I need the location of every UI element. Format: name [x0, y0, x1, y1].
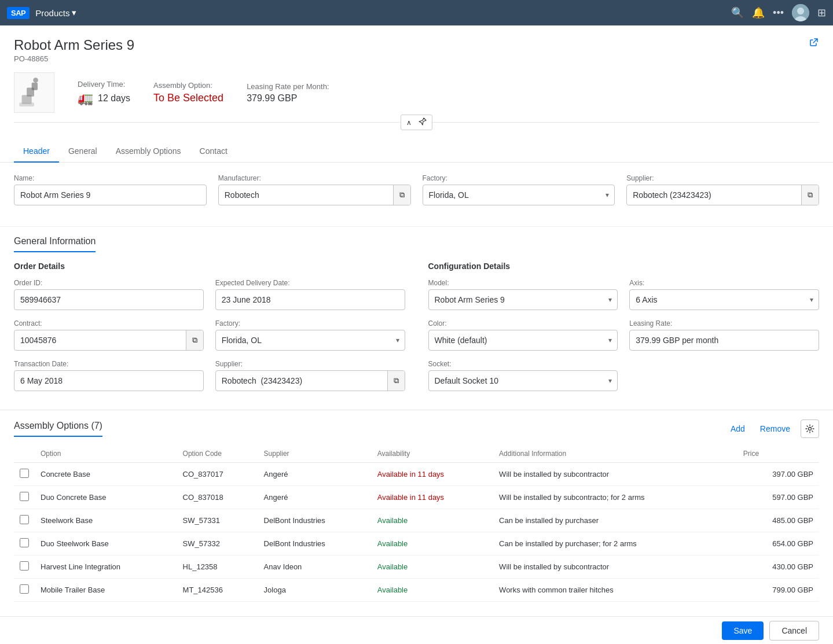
top-navigation: SAP Products ▾ 🔍 🔔 ••• ⊞	[0, 0, 833, 25]
save-button[interactable]: Save	[722, 621, 764, 640]
order-details-col: Order Details Order ID: Expected Deliver…	[14, 262, 405, 400]
table-row: Concrete Base CO_837017 Angeré Available…	[14, 463, 819, 486]
order-supplier-input[interactable]	[216, 373, 387, 389]
header-form-row: Name: Manufacturer: ⧉ Factory: Florida, …	[14, 174, 819, 205]
model-select[interactable]: Robot Arm Series 9	[428, 289, 618, 310]
configuration-details-title: Configuration Details	[428, 262, 820, 271]
socket-select[interactable]: Default Socket 10	[428, 370, 618, 391]
manufacturer-link-btn[interactable]: ⧉	[393, 185, 410, 205]
row-supplier: Anav Ideon	[258, 555, 372, 579]
name-input[interactable]	[14, 185, 207, 205]
row-additional-info: Works with common trailer hitches	[493, 579, 737, 602]
factory-select-wrapper: Florida, OL	[423, 185, 615, 205]
supplier-input[interactable]	[627, 187, 801, 203]
socket-row: Socket: Default Socket 10	[428, 360, 820, 391]
settings-icon-button[interactable]	[801, 419, 819, 438]
collapse-button[interactable]: ∧	[403, 117, 414, 128]
page-title: Robot Arm Series 9	[14, 37, 819, 53]
products-menu[interactable]: Products ▾	[35, 8, 76, 18]
axis-select[interactable]: 6 Axis	[629, 289, 819, 310]
row-option-code: CO_837017	[177, 463, 258, 486]
row-additional-info: Will be installed by subcontractor	[493, 463, 737, 486]
row-option-code: SW_57331	[177, 509, 258, 532]
svg-point-8	[809, 428, 812, 430]
notifications-icon[interactable]: 🔔	[752, 6, 765, 19]
factory-label: Factory:	[423, 174, 615, 182]
order-supplier-link-btn[interactable]: ⧉	[387, 371, 405, 391]
row-option: Concrete Base	[35, 463, 177, 486]
external-link-icon[interactable]	[809, 37, 819, 50]
socket-spacer	[629, 360, 819, 391]
factory-select[interactable]: Florida, OL	[423, 185, 615, 205]
name-label: Name:	[14, 174, 207, 182]
transaction-date-field: Transaction Date:	[14, 360, 204, 391]
row-additional-info: Can be installed by purchaser; for 2 arm…	[493, 532, 737, 555]
row-checkbox-0[interactable]	[20, 469, 29, 478]
svg-rect-7	[19, 102, 34, 106]
order-factory-select[interactable]: Florida, OL	[215, 330, 405, 351]
grid-icon[interactable]: ⊞	[817, 6, 826, 19]
tab-contact[interactable]: Contact	[190, 141, 237, 163]
tab-assembly-options[interactable]: Assembly Options	[107, 141, 190, 163]
cancel-button[interactable]: Cancel	[769, 621, 819, 641]
divider-controls: ∧	[401, 115, 432, 130]
more-options-icon[interactable]: •••	[773, 7, 784, 19]
row-availability: Available	[372, 532, 493, 555]
sap-logo[interactable]: SAP	[7, 7, 30, 19]
order-factory-label: Factory:	[215, 319, 405, 327]
contract-input-wrapper: ⧉	[14, 330, 204, 351]
page-subtitle: PO-48865	[14, 54, 819, 63]
row-checkbox-2[interactable]	[20, 515, 29, 524]
row-checkbox-cell	[14, 509, 35, 532]
row-checkbox-4[interactable]	[20, 561, 29, 571]
pin-button[interactable]	[416, 116, 430, 128]
color-select[interactable]: White (default)	[428, 330, 618, 351]
row-checkbox-3[interactable]	[20, 538, 29, 547]
transaction-date-input[interactable]	[14, 370, 204, 391]
color-leasing-row: Color: White (default) Leasing Rate:	[428, 319, 820, 351]
add-button[interactable]: Add	[726, 422, 750, 436]
assembly-options-title: Assembly Options (7)	[14, 421, 102, 437]
avatar[interactable]	[792, 4, 809, 21]
manufacturer-input-wrapper: ⧉	[218, 185, 411, 205]
supplier-link-btn[interactable]: ⧉	[801, 185, 819, 205]
products-chevron-icon: ▾	[72, 8, 76, 18]
row-checkbox-cell	[14, 532, 35, 555]
search-icon[interactable]: 🔍	[731, 6, 744, 19]
nav-left: SAP Products ▾	[7, 7, 76, 19]
row-checkbox-cell	[14, 555, 35, 579]
manufacturer-field: Manufacturer: ⧉	[218, 174, 411, 205]
transaction-date-label: Transaction Date:	[14, 360, 204, 368]
tab-header[interactable]: Header	[14, 141, 59, 163]
expected-delivery-input[interactable]	[215, 289, 405, 310]
row-price: 799.00 GBP	[737, 579, 819, 602]
header-form: Name: Manufacturer: ⧉ Factory: Florida, …	[0, 163, 833, 226]
row-checkbox-5[interactable]	[20, 584, 29, 594]
order-supplier-label: Supplier:	[215, 360, 405, 368]
svg-point-1	[797, 8, 804, 14]
row-checkbox-1[interactable]	[20, 492, 29, 501]
remove-button[interactable]: Remove	[755, 422, 795, 436]
leasing-rate-cfg-input[interactable]	[629, 330, 819, 351]
contract-input[interactable]	[14, 332, 186, 348]
contract-factory-row: Contract: ⧉ Factory: Florida, OL	[14, 319, 405, 351]
manufacturer-input[interactable]	[219, 187, 393, 203]
row-option-code: MT_142536	[177, 579, 258, 602]
tab-general[interactable]: General	[59, 141, 107, 163]
general-information-section: General Information Order Details Order …	[0, 226, 833, 410]
leasing-rate-label: Leasing Rate per Month:	[247, 82, 329, 91]
transaction-supplier-row: Transaction Date: Supplier: ⧉	[14, 360, 405, 391]
assembly-options-section: Assembly Options (7) Add Remove	[0, 410, 833, 611]
row-option: Harvest Line Integration	[35, 555, 177, 579]
supplier-field: Supplier: ⧉	[626, 174, 819, 205]
supplier-input-wrapper: ⧉	[626, 185, 819, 205]
row-supplier: DelBont Industries	[258, 509, 372, 532]
order-id-input[interactable]	[14, 289, 204, 310]
contract-link-btn[interactable]: ⧉	[186, 330, 203, 350]
leasing-rate-cfg-field: Leasing Rate:	[629, 319, 819, 351]
model-axis-row: Model: Robot Arm Series 9 Axis: 6 Axis	[428, 279, 820, 310]
products-label: Products	[35, 8, 69, 18]
row-option: Mobile Trailer Base	[35, 579, 177, 602]
th-supplier: Supplier	[258, 445, 372, 463]
section-divider: ∧	[14, 122, 819, 138]
